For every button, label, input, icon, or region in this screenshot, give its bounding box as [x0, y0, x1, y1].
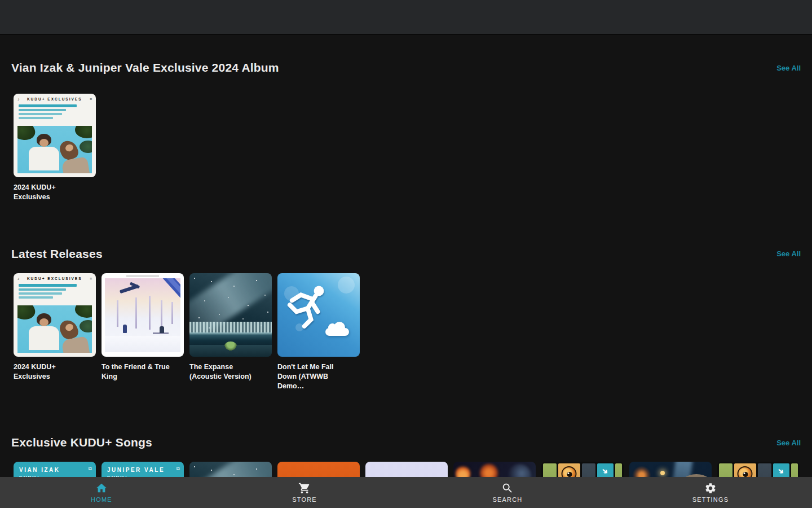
album-title: 2024 KUDU+ Exclusives — [14, 183, 86, 202]
section-title: Exclusive KUDU+ Songs — [11, 436, 152, 449]
content-section: Latest Releases See All ♪ KUDU+ EXCLUSIV… — [11, 247, 801, 391]
cover-artist-text: JUNIPER VALE — [107, 467, 178, 473]
nav-item-home[interactable]: HOME — [0, 477, 203, 508]
cover-masthead: ♪ KUDU+ EXCLUSIVES ≡ — [17, 277, 92, 281]
section-header: Latest Releases See All — [11, 247, 801, 261]
cloud-icon — [325, 328, 349, 336]
cover-text-line — [19, 113, 62, 115]
cover-text-line — [19, 109, 66, 111]
album-title: To the Friend & True King — [102, 362, 174, 382]
winter-scene — [105, 278, 180, 352]
album-art — [277, 273, 360, 357]
album-card[interactable]: Don't Let Me Fall Down (ATWWB Demo… — [277, 273, 360, 391]
falling-figure-icon — [281, 277, 337, 334]
nav-item-settings[interactable]: SETTINGS — [609, 477, 812, 508]
gear-icon — [704, 482, 717, 494]
app-screen: Vian Izak & Juniper Vale Exclusive 2024 … — [0, 0, 812, 508]
album-art — [189, 273, 272, 357]
see-all-link[interactable]: See All — [776, 439, 801, 447]
cover-text-line — [19, 284, 77, 287]
card-row: ♪ KUDU+ EXCLUSIVES ≡ 2024 KUDU+ Exclusiv… — [11, 94, 801, 202]
cover-text-line — [19, 296, 53, 299]
search-icon — [501, 482, 514, 494]
cover-artist-text: VIAN IZAK — [19, 467, 90, 473]
top-bar — [0, 0, 812, 35]
nav-item-search[interactable]: SEARCH — [406, 477, 609, 508]
menu-icon: ≡ — [90, 277, 92, 281]
album-art: ♪ KUDU+ EXCLUSIVES ≡ — [14, 273, 96, 357]
album-title: 2024 KUDU+ Exclusives — [14, 362, 86, 382]
cover-photo — [17, 305, 92, 353]
cover-masthead-text: KUDU+ EXCLUSIVES — [27, 97, 82, 101]
cover-text-line — [19, 292, 62, 295]
see-all-link[interactable]: See All — [776, 64, 801, 72]
kneeling-figure — [224, 341, 237, 351]
cover-photo — [17, 126, 92, 173]
stars — [194, 466, 195, 467]
section-header: Vian Izak & Juniper Vale Exclusive 2024 … — [11, 61, 801, 75]
section-title: Latest Releases — [11, 247, 103, 261]
menu-icon: ≡ — [90, 97, 92, 101]
stars — [194, 278, 195, 279]
album-art: ♪ KUDU+ EXCLUSIVES ≡ — [14, 94, 96, 177]
stamp-icon: ⧉ — [176, 466, 180, 472]
cover-masthead: ♪ KUDU+ EXCLUSIVES ≡ — [17, 97, 92, 101]
lantern-light — [660, 471, 665, 475]
arrow-icon: ➔ — [776, 466, 786, 477]
cover-text-line — [19, 288, 66, 291]
home-icon — [95, 482, 108, 494]
bench-shape — [153, 332, 169, 334]
walking-figure — [123, 325, 127, 333]
cart-icon — [298, 482, 311, 494]
album-title: Don't Let Me Fall Down (ATWWB Demo… — [277, 362, 350, 391]
cover-text-line — [19, 117, 53, 119]
note-icon: ♪ — [17, 97, 20, 101]
album-card[interactable]: ♪ KUDU+ EXCLUSIVES ≡ 2024 KUDU+ Exclusiv… — [14, 94, 96, 202]
card-row: ♪ KUDU+ EXCLUSIVES ≡ 2024 KUDU+ Exclusiv… — [11, 273, 801, 391]
note-icon: ♪ — [17, 277, 20, 281]
album-title: The Expanse (Acoustic Version) — [189, 362, 262, 382]
cover-text-line — [19, 104, 77, 107]
stamp-icon: ⧉ — [89, 466, 92, 472]
bottom-nav: HOME STORE SEARCH SETTINGS — [0, 477, 812, 508]
cover-masthead-text: KUDU+ EXCLUSIVES — [27, 277, 82, 281]
content-section: Vian Izak & Juniper Vale Exclusive 2024 … — [11, 61, 801, 202]
album-card[interactable]: ♪ KUDU+ EXCLUSIVES ≡ 2024 KUDU+ Exclusiv… — [14, 273, 96, 391]
section-title: Vian Izak & Juniper Vale Exclusive 2024 … — [11, 61, 279, 75]
album-card[interactable]: To the Friend & True King — [102, 273, 184, 391]
section-header: Exclusive KUDU+ Songs See All — [11, 436, 801, 449]
arrow-icon: ➔ — [600, 466, 610, 477]
album-art — [102, 273, 184, 357]
content-area: Vian Izak & Juniper Vale Exclusive 2024 … — [0, 61, 812, 508]
album-card[interactable]: The Expanse (Acoustic Version) — [189, 273, 272, 391]
see-all-link[interactable]: See All — [776, 249, 801, 258]
cover-caption-line — [126, 275, 159, 277]
nav-item-store[interactable]: STORE — [203, 477, 406, 508]
